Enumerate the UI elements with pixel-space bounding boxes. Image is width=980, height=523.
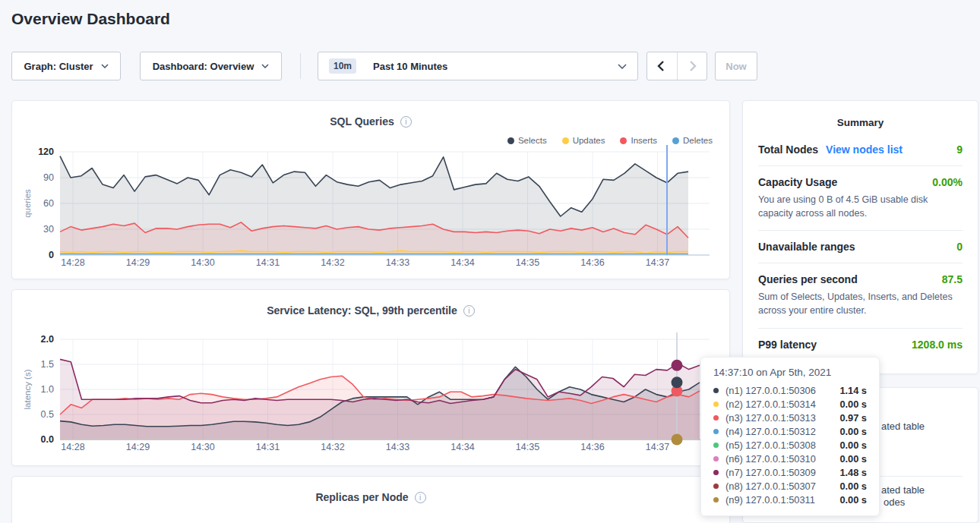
- legend-item[interactable]: Deletes: [672, 136, 713, 145]
- svg-text:60: 60: [43, 198, 54, 209]
- info-icon[interactable]: [415, 492, 426, 503]
- info-icon[interactable]: [463, 305, 475, 317]
- graph-dropdown[interactable]: Graph: Cluster: [11, 52, 121, 80]
- sql-queries-plot[interactable]: 14:2814:2914:3014:3114:3214:3314:3414:35…: [12, 145, 719, 274]
- svg-text:14:35: 14:35: [516, 257, 539, 268]
- svg-text:14:36: 14:36: [580, 257, 604, 268]
- svg-text:14:32: 14:32: [321, 442, 344, 452]
- summary-title: Summary: [758, 117, 963, 128]
- legend-dot: [562, 137, 569, 144]
- event-text-fragment: ated table: [881, 484, 925, 496]
- svg-text:14:31: 14:31: [256, 257, 280, 268]
- svg-text:queries: queries: [23, 189, 32, 218]
- legend-item[interactable]: Inserts: [620, 136, 657, 145]
- chart-title: SQL Queries: [330, 115, 394, 128]
- svg-text:14:31: 14:31: [256, 442, 280, 452]
- event-text-fragment: ated table: [881, 421, 925, 432]
- legend-item[interactable]: Updates: [562, 136, 605, 145]
- toolbar-divider: [300, 53, 301, 79]
- summary-label: Total Nodes: [758, 143, 818, 156]
- tooltip-timestamp: 14:37:10 on Apr 5th, 2021: [713, 367, 867, 378]
- svg-text:14:29: 14:29: [126, 257, 150, 268]
- svg-text:14:33: 14:33: [386, 257, 409, 268]
- summary-row-capacity-usage: Capacity Usage 0.00% You are using 0 B o…: [758, 166, 963, 231]
- next-time-button[interactable]: [677, 52, 707, 80]
- time-range-badge: 10m: [329, 58, 356, 74]
- service-latency-card: Service Latency: SQL, 99th percentile 14…: [11, 289, 730, 466]
- svg-text:14:29: 14:29: [126, 442, 150, 452]
- time-step-buttons: [646, 52, 707, 80]
- page-title: Overview Dashboard: [11, 10, 170, 28]
- dashboard-dropdown-label: Dashboard: Overview: [153, 61, 254, 72]
- svg-text:14:33: 14:33: [386, 442, 409, 452]
- chart-title: Replicas per Node: [315, 491, 408, 503]
- event-text-fragment: odes: [884, 496, 905, 508]
- summary-label: Capacity Usage: [758, 176, 837, 188]
- svg-text:90: 90: [43, 172, 54, 183]
- summary-label: Queries per second: [758, 273, 858, 285]
- tooltip-row: (n9) 127.0.0.1:503110.00 s: [713, 493, 867, 506]
- summary-value: 87.5: [942, 273, 963, 285]
- service-latency-plot[interactable]: 14:2814:2914:3014:3114:3214:3314:3414:35…: [12, 332, 719, 457]
- summary-value: 1208.0 ms: [912, 339, 963, 351]
- svg-text:14:34: 14:34: [450, 442, 474, 452]
- legend-item[interactable]: Selects: [507, 136, 547, 145]
- chevron-left-icon: [655, 59, 669, 73]
- svg-text:14:37: 14:37: [646, 257, 669, 268]
- chevron-down-icon: [618, 64, 627, 69]
- summary-value: 9: [956, 143, 963, 156]
- legend-dot: [620, 137, 627, 144]
- legend-dot: [507, 137, 514, 144]
- tooltip-row: (n3) 127.0.0.1:503130.97 s: [713, 411, 867, 424]
- svg-text:14:28: 14:28: [61, 257, 84, 268]
- chart-title: Service Latency: SQL, 99th percentile: [267, 304, 457, 317]
- svg-text:latency (s): latency (s): [23, 369, 32, 409]
- svg-text:30: 30: [43, 224, 54, 235]
- tooltip-rows: (n1) 127.0.0.1:503061.14 s(n2) 127.0.0.1…: [713, 383, 867, 506]
- node-color-dot: [713, 388, 719, 393]
- time-range-dropdown[interactable]: 10m Past 10 Minutes: [318, 52, 638, 80]
- graph-dropdown-label: Graph: Cluster: [24, 61, 93, 72]
- summary-label: Unavailable ranges: [758, 241, 855, 253]
- svg-text:120: 120: [38, 147, 54, 157]
- node-color-dot: [713, 484, 719, 489]
- node-color-dot: [713, 402, 719, 407]
- tooltip-row: (n7) 127.0.0.1:503091.48 s: [713, 465, 867, 479]
- chevron-down-icon: [261, 64, 269, 68]
- tooltip-row: (n6) 127.0.0.1:503100.00 s: [713, 452, 867, 465]
- tooltip-row: (n2) 127.0.0.1:503140.00 s: [713, 397, 867, 411]
- chevron-right-icon: [685, 59, 699, 73]
- chevron-down-icon: [101, 64, 109, 68]
- chart-legend: SelectsUpdatesInsertsDeletes: [507, 136, 713, 145]
- svg-text:14:30: 14:30: [191, 257, 214, 268]
- chart-hover-tooltip: 14:37:10 on Apr 5th, 2021 (n1) 127.0.0.1…: [700, 357, 880, 516]
- summary-description: You are using 0 B of 4.5 GiB usable disk…: [758, 193, 963, 220]
- prev-time-button[interactable]: [647, 52, 677, 80]
- summary-row-total-nodes: Total Nodes View nodes list 9: [758, 134, 963, 166]
- now-button[interactable]: Now: [715, 52, 757, 80]
- sql-queries-card: SQL Queries SelectsUpdatesInsertsDeletes…: [11, 100, 730, 279]
- node-color-dot: [713, 456, 719, 462]
- info-icon[interactable]: [400, 116, 412, 128]
- legend-dot: [672, 137, 679, 144]
- svg-text:2.0: 2.0: [41, 334, 54, 345]
- summary-row-queries-per-second: Queries per second 87.5 Sum of Selects, …: [758, 263, 963, 328]
- svg-text:14:35: 14:35: [516, 442, 539, 452]
- svg-text:14:28: 14:28: [61, 442, 84, 452]
- summary-description: Sum of Selects, Updates, Inserts, and De…: [758, 290, 963, 317]
- tooltip-row: (n8) 127.0.0.1:503070.00 s: [713, 479, 867, 493]
- node-color-dot: [713, 443, 719, 448]
- view-nodes-list-link[interactable]: View nodes list: [826, 143, 903, 156]
- svg-text:14:34: 14:34: [450, 257, 474, 268]
- svg-text:0.0: 0.0: [41, 434, 54, 445]
- svg-text:14:30: 14:30: [191, 442, 214, 452]
- svg-text:1.5: 1.5: [41, 359, 54, 370]
- node-color-dot: [713, 497, 719, 503]
- node-color-dot: [713, 470, 719, 475]
- svg-text:0.5: 0.5: [41, 409, 54, 420]
- svg-text:14:36: 14:36: [580, 442, 604, 452]
- dashboard-dropdown[interactable]: Dashboard: Overview: [140, 52, 282, 80]
- summary-label: P99 latency: [758, 339, 817, 351]
- node-color-dot: [713, 429, 719, 434]
- tooltip-row: (n5) 127.0.0.1:503080.00 s: [713, 438, 867, 452]
